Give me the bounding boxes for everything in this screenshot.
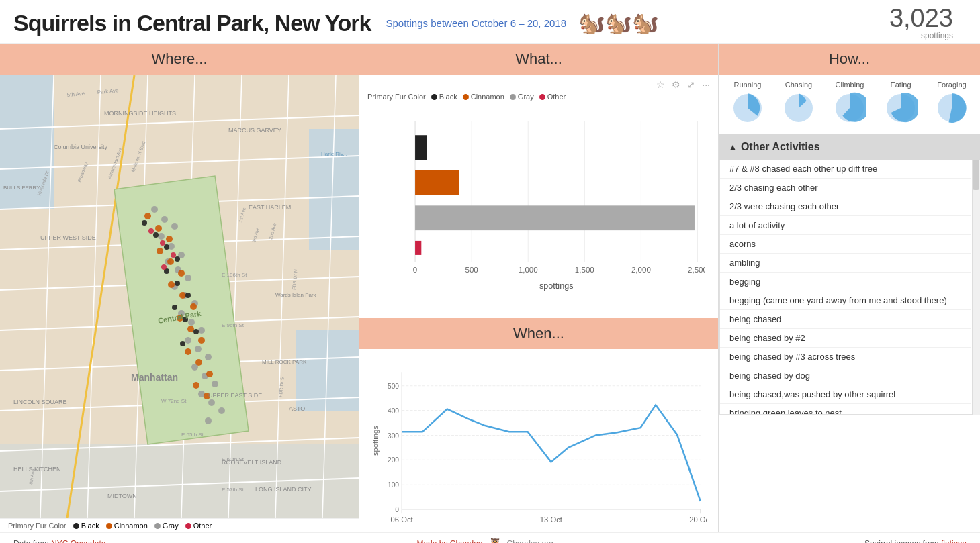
svg-point-80 [161, 264, 167, 270]
svg-text:0: 0 [413, 266, 417, 274]
svg-point-46 [208, 399, 215, 406]
svg-text:13 Oct: 13 Oct [540, 515, 563, 523]
how-pies: Running Chasing Climbing [719, 75, 980, 132]
svg-rect-4 [0, 444, 359, 518]
chandoo-org: Chandoo.org [507, 539, 553, 544]
what-legend-cinnamon: Cinnamon [463, 93, 504, 101]
svg-point-60 [198, 337, 205, 344]
svg-text:MARCUS GARVEY: MARCUS GARVEY [228, 127, 281, 134]
where-header: Where... [0, 44, 359, 75]
sort-icon: ▲ [729, 142, 737, 152]
svg-point-38 [198, 327, 205, 334]
svg-text:E 96th St: E 96th St [222, 322, 244, 328]
filter-icon[interactable]: ⚙ [672, 79, 680, 90]
chart-toolbar: ☆ ⚙ ⤢ ··· [359, 75, 718, 91]
svg-point-55 [168, 281, 175, 288]
svg-point-57 [190, 303, 197, 310]
svg-text:20 Oct: 20 Oct [689, 515, 707, 523]
svg-text:Columbia University: Columbia University [54, 144, 108, 150]
pie-running: Running [727, 81, 768, 128]
map-svg: MORNINGSIDE HEIGHTS Columbia University … [0, 75, 359, 518]
svg-text:0: 0 [395, 506, 399, 513]
pie-climbing-label: Climbing [830, 81, 870, 89]
flaticon-link[interactable]: flaticon [941, 539, 967, 544]
svg-text:E 60th St: E 60th St [222, 456, 244, 462]
svg-point-75 [193, 329, 199, 334]
svg-point-25 [161, 216, 168, 223]
svg-point-37 [188, 319, 195, 326]
svg-text:UPPER EAST SIDE: UPPER EAST SIDE [208, 392, 262, 399]
svg-rect-133 [415, 241, 421, 255]
svg-text:BULLS FERRY: BULLS FERRY [3, 185, 40, 191]
bookmark-icon[interactable]: ☆ [656, 79, 665, 90]
pie-foraging-label: Foraging [932, 81, 972, 89]
spottings-count: 3,023 spottings [889, 5, 953, 40]
svg-point-52 [157, 248, 163, 254]
svg-text:Harle Riv...: Harle Riv... [321, 151, 347, 157]
other-activities-title: Other Activities [741, 141, 820, 153]
activity-item-2: 2/3 chasing each other [720, 179, 971, 197]
legend-other: Other [185, 522, 212, 530]
svg-point-71 [175, 281, 180, 286]
how-header: How... [719, 44, 980, 75]
svg-text:200: 200 [388, 456, 399, 464]
activity-item-4: a lot of activity [720, 216, 971, 235]
pie-climbing: Climbing [830, 81, 870, 128]
svg-point-27 [158, 233, 165, 240]
activity-item-3: 2/3 were chasing each other [720, 197, 971, 216]
svg-point-73 [172, 305, 177, 310]
footer-left: Data from NYC Opendata [13, 539, 105, 544]
svg-text:2,500: 2,500 [688, 266, 705, 274]
svg-point-63 [206, 371, 213, 377]
svg-point-24 [151, 206, 158, 213]
how-panel: Running Chasing Climbing [719, 75, 980, 532]
what-header: What... [359, 44, 719, 75]
when-chart-area: spottings 0 100 200 300 400 500 [359, 349, 718, 532]
svg-point-62 [195, 359, 202, 366]
svg-text:MORNINGSIDE HEIGHTS: MORNINGSIDE HEIGHTS [104, 110, 176, 117]
pie-eating: Eating [881, 81, 921, 128]
expand-icon[interactable]: ⤢ [687, 79, 695, 90]
svg-point-41 [205, 354, 212, 360]
footer-right: Squirrel images from flaticon [864, 539, 967, 544]
more-icon[interactable]: ··· [702, 79, 710, 90]
svg-point-53 [167, 258, 174, 265]
svg-point-59 [187, 326, 194, 332]
nyc-opendata-link[interactable]: NYC Opendata [51, 539, 105, 544]
svg-point-26 [171, 223, 178, 230]
svg-point-54 [178, 270, 185, 277]
svg-text:1,500: 1,500 [575, 266, 594, 274]
svg-rect-131 [415, 170, 459, 195]
activity-item-13: being chased,was pushed by other squirre… [720, 385, 971, 404]
activity-item-14: bringing green leaves to nest [720, 404, 971, 415]
page-title: Squirrels in Central Park, New York [13, 10, 371, 36]
what-legend-black: Black [431, 93, 457, 101]
svg-rect-132 [415, 205, 695, 230]
svg-text:E 106th St: E 106th St [222, 272, 247, 278]
svg-point-78 [160, 240, 165, 246]
what-legend-label: Primary Fur Color [367, 93, 426, 101]
what-panel: ☆ ⚙ ⤢ ··· Primary Fur Color Black Cinnam… [359, 75, 719, 318]
pie-chasing: Chasing [778, 81, 819, 128]
svg-point-61 [185, 348, 191, 355]
svg-point-76 [180, 341, 185, 346]
chandoo-link[interactable]: Made by Chandoo [416, 539, 482, 544]
activity-item-12: being chased by dog [720, 366, 971, 385]
svg-point-50 [155, 225, 162, 232]
other-activities-header: ▲ Other Activities [719, 134, 980, 160]
other-activities-list[interactable]: #7 & #8 chased each other up diff tree 2… [719, 160, 980, 415]
chandoo-logo: 🦉 [488, 537, 502, 543]
svg-point-56 [179, 292, 186, 299]
pie-chasing-label: Chasing [778, 81, 819, 89]
what-legend-gray: Gray [510, 93, 534, 101]
svg-text:UPPER WEST SIDE: UPPER WEST SIDE [40, 234, 96, 241]
legend-black: Black [73, 522, 99, 530]
svg-point-64 [193, 382, 199, 389]
svg-point-79 [171, 252, 176, 258]
svg-point-72 [185, 293, 191, 298]
svg-text:06 Oct: 06 Oct [391, 515, 414, 523]
svg-point-44 [212, 381, 218, 387]
what-legend-other: Other [539, 93, 566, 101]
svg-text:spottings: spottings [539, 281, 573, 291]
svg-text:LINCOLN SQUARE: LINCOLN SQUARE [13, 399, 67, 405]
